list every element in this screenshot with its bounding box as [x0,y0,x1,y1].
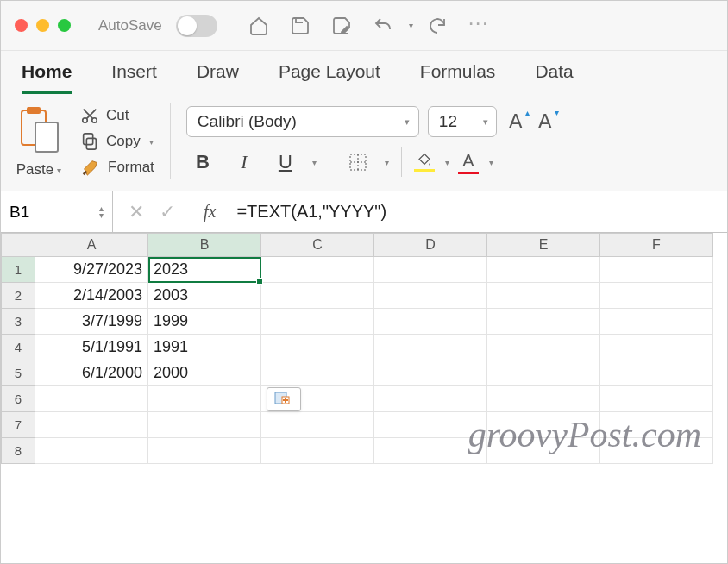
save-icon[interactable] [288,14,312,38]
more-icon[interactable]: ··· [467,14,491,38]
cell-F4[interactable] [600,335,713,360]
italic-button[interactable]: I [228,148,260,176]
cell-A1[interactable]: 9/27/2023 [35,257,148,283]
cell-C5[interactable] [261,360,374,386]
cell-D3[interactable] [374,309,487,335]
cell-C7[interactable] [261,412,374,438]
cell-A3[interactable]: 3/7/1999 [35,309,148,335]
col-header-A[interactable]: A [35,233,148,257]
borders-button[interactable] [342,148,374,176]
home-icon[interactable] [247,14,271,38]
row-header-6[interactable]: 6 [1,386,35,412]
col-header-F[interactable]: F [600,233,713,257]
cell-B5[interactable]: 2000 [148,360,261,386]
cell-C2[interactable] [261,283,374,309]
cut-button[interactable]: Cut [80,106,154,125]
row-header-4[interactable]: 4 [1,335,35,360]
font-name-select[interactable]: Calibri (Body) ▾ [186,106,419,137]
row-header-8[interactable]: 8 [1,438,35,464]
bold-button[interactable]: B [186,148,219,176]
tab-draw[interactable]: Draw [197,61,239,94]
cell-F6[interactable] [600,386,713,412]
row-header-7[interactable]: 7 [1,412,35,438]
cell-D4[interactable] [374,335,487,360]
cell-E3[interactable] [487,309,600,335]
redo-icon[interactable] [425,14,449,38]
paste-button[interactable] [13,103,65,158]
tab-data[interactable]: Data [535,61,573,94]
tab-page-layout[interactable]: Page Layout [279,61,380,94]
minimize-window-button[interactable] [36,19,49,32]
name-box-stepper[interactable]: ▴▾ [99,205,104,219]
cell-D5[interactable] [374,360,487,386]
decrease-font-button[interactable]: A [535,110,555,134]
cell-F5[interactable] [600,360,713,386]
close-window-button[interactable] [15,19,28,32]
col-header-B[interactable]: B [148,233,261,257]
increase-font-button[interactable]: A [505,110,526,134]
cell-B7[interactable] [148,412,261,438]
cell-D2[interactable] [374,283,487,309]
row-header-3[interactable]: 3 [1,309,35,335]
autosave-toggle[interactable] [176,15,217,37]
name-box[interactable]: B1 ▴▾ [1,191,113,232]
cell-B6[interactable] [148,386,261,412]
col-header-C[interactable]: C [261,233,374,257]
maximize-window-button[interactable] [58,19,71,32]
save-edit-icon[interactable] [329,14,354,38]
cell-D6[interactable] [374,386,487,412]
tab-home[interactable]: Home [22,61,72,94]
tab-insert[interactable]: Insert [111,61,157,94]
paste-dropdown-icon[interactable]: ▾ [57,166,61,175]
formula-input[interactable]: =TEXT(A1,"YYYY") [228,202,727,222]
fx-label[interactable]: fx [191,202,228,222]
cell-B8[interactable] [148,438,261,464]
select-all-corner[interactable] [1,233,35,257]
accept-formula-icon[interactable]: ✓ [160,201,175,223]
copy-dropdown-icon[interactable]: ▾ [149,137,154,147]
cell-F2[interactable] [600,283,713,309]
cell-C1[interactable] [261,257,374,283]
underline-button[interactable]: U [269,148,302,176]
cell-A6[interactable] [35,386,148,412]
cell-D1[interactable] [374,257,487,283]
format-painter-button[interactable]: Format [80,158,154,177]
cell-A4[interactable]: 5/1/1991 [35,335,148,360]
fill-color-button[interactable] [414,153,435,172]
row-header-2[interactable]: 2 [1,283,35,309]
borders-dropdown-icon[interactable]: ▾ [385,158,389,167]
cell-E5[interactable] [487,360,600,386]
font-size-select[interactable]: 12 ▾ [428,106,497,137]
row-header-5[interactable]: 5 [1,360,35,386]
cell-A2[interactable]: 2/14/2003 [35,283,148,309]
cell-B1[interactable]: 2023 [148,257,261,283]
cell-F1[interactable] [600,257,713,283]
underline-dropdown-icon[interactable]: ▾ [312,158,317,167]
fill-color-dropdown-icon[interactable]: ▾ [445,158,449,167]
cell-B3[interactable]: 1999 [148,309,261,335]
row-header-1[interactable]: 1 [1,257,35,283]
cell-C8[interactable] [261,438,374,464]
cell-E6[interactable] [487,386,600,412]
cell-F3[interactable] [600,309,713,335]
tab-formulas[interactable]: Formulas [420,61,496,94]
cell-A5[interactable]: 6/1/2000 [35,360,148,386]
cell-C4[interactable] [261,335,374,360]
cell-A7[interactable] [35,412,148,438]
copy-button[interactable]: Copy ▾ [80,132,154,151]
cancel-formula-icon[interactable]: ✕ [129,201,144,223]
cell-E4[interactable] [487,335,600,360]
cell-C3[interactable] [261,309,374,335]
undo-dropdown-icon[interactable]: ▾ [409,21,413,30]
spreadsheet-grid[interactable]: A B C D E F 1 9/27/2023 2023 2 2/14/2003… [1,233,727,464]
cell-A8[interactable] [35,438,148,464]
font-color-button[interactable]: A [458,151,479,174]
undo-icon[interactable] [371,14,395,38]
cell-B2[interactable]: 2003 [148,283,261,309]
cell-E1[interactable] [487,257,600,283]
font-color-dropdown-icon[interactable]: ▾ [489,158,493,167]
col-header-D[interactable]: D [374,233,487,257]
col-header-E[interactable]: E [487,233,600,257]
autofill-options-button[interactable] [267,387,301,411]
cell-E2[interactable] [487,283,600,309]
